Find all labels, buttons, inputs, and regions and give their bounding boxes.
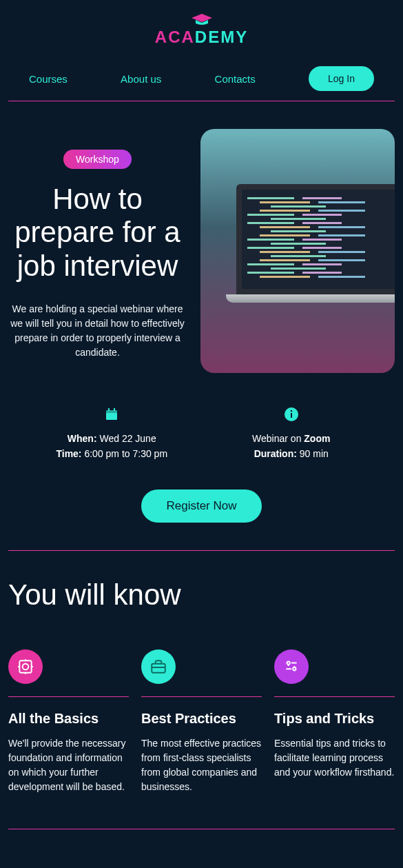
card-title: Tips and Tricks [274, 711, 395, 727]
time-value: 6:00 pm to 7:30 pm [82, 448, 168, 459]
card-divider [274, 696, 395, 697]
card-practices: Best Practices The most effective practi… [141, 649, 262, 794]
hero-section: Workshop How to prepare for a job interv… [8, 101, 395, 394]
hero-description: We are holding a special webinar where w… [8, 302, 187, 360]
svg-point-10 [287, 661, 290, 664]
login-button[interactable]: Log In [309, 66, 374, 91]
info-when: When: Wed 22 June Time: 6:00 pm to 7:30 … [22, 407, 202, 462]
know-heading: You will know [8, 578, 395, 612]
hero-content: Workshop How to prepare for a job interv… [8, 129, 187, 360]
cta-row: Register Now [8, 483, 395, 550]
logo-text: ACADEMY [155, 28, 248, 47]
svg-point-6 [290, 410, 292, 412]
webinar-line: Webinar on Zoom [202, 431, 382, 446]
logo-left: ACA [155, 28, 195, 46]
calendar-icon [22, 407, 202, 424]
info-webinar: Webinar on Zoom Duration: 90 min [202, 407, 382, 462]
duration-line: Duration: 90 min [202, 446, 382, 461]
header: ACADEMY [8, 0, 395, 54]
when-line: When: Wed 22 June [22, 431, 202, 446]
card-divider [141, 696, 262, 697]
card-description: Essential tips and tricks to facilitate … [274, 736, 395, 780]
compass-icon [8, 649, 43, 684]
card-description: The most effective practices from first-… [141, 736, 262, 794]
card-basics: All the Basics We'll provide the necessa… [8, 649, 129, 794]
webinar-prefix: Webinar on [252, 433, 304, 444]
main-nav: Courses About us Contacts Log In [8, 54, 395, 101]
logo: ACADEMY [8, 14, 395, 47]
logo-right: DEMY [195, 28, 248, 46]
info-icon [202, 407, 382, 424]
svg-rect-9 [152, 663, 165, 672]
svg-rect-7 [19, 660, 31, 672]
svg-point-8 [23, 663, 29, 669]
chat-icon [274, 649, 309, 684]
time-label: Time: [56, 448, 81, 459]
duration-value: 90 min [297, 448, 329, 459]
graduation-cap-icon [192, 14, 212, 26]
nav-about[interactable]: About us [121, 73, 161, 85]
laptop-illustration [236, 184, 395, 322]
card-title: Best Practices [141, 711, 262, 727]
svg-rect-2 [108, 408, 110, 411]
svg-rect-5 [291, 413, 292, 418]
card-title: All the Basics [8, 711, 129, 727]
nav-courses[interactable]: Courses [29, 73, 68, 85]
svg-point-11 [293, 667, 296, 670]
svg-rect-1 [106, 410, 117, 413]
when-label: When: [68, 433, 97, 444]
section-divider [8, 829, 395, 829]
info-row: When: Wed 22 June Time: 6:00 pm to 7:30 … [8, 394, 395, 483]
webinar-platform: Zoom [304, 433, 330, 444]
svg-rect-3 [114, 408, 115, 411]
workshop-badge: Workshop [63, 150, 132, 169]
hero-title: How to prepare for a job interview [8, 183, 187, 283]
nav-contacts[interactable]: Contacts [215, 73, 256, 85]
briefcase-icon [141, 649, 176, 684]
card-description: We'll provide the necessary foundation a… [8, 736, 129, 794]
when-value: Wed 22 June [97, 433, 156, 444]
card-tips: Tips and Tricks Essential tips and trick… [274, 649, 395, 794]
register-button[interactable]: Register Now [141, 489, 261, 523]
duration-label: Duration: [254, 448, 297, 459]
hero-image [200, 129, 395, 373]
card-divider [8, 696, 129, 697]
cards-row: All the Basics We'll provide the necessa… [8, 649, 395, 794]
time-line: Time: 6:00 pm to 7:30 pm [22, 446, 202, 461]
know-section: You will know All the Basics We'll provi… [8, 551, 395, 829]
